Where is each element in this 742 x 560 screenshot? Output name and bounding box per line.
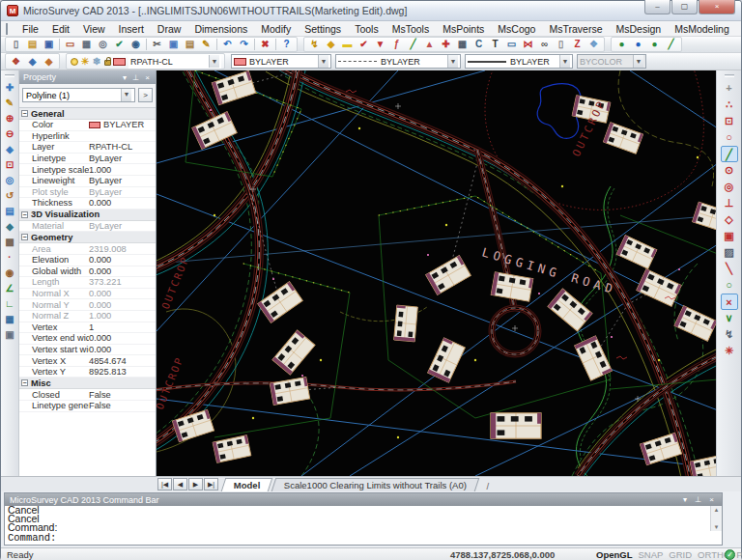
ms-window-icon[interactable]: ❖ [585,38,602,51]
panel-header-buttons[interactable]: ▾ ⊥ × [123,73,152,82]
spell-icon[interactable]: ✔ [111,38,128,51]
view-previous-icon[interactable]: ↺ [2,188,17,204]
close-button[interactable]: × [699,0,735,14]
tab-nav-3[interactable]: ▶| [204,478,218,490]
info-icon[interactable]: ◉ [2,266,17,281]
angle-icon[interactable]: ∠ [2,281,17,296]
doc-icon[interactable]: ▭ [62,38,78,51]
command-history-scrollbar[interactable]: ▲▼ [710,506,722,532]
tab-nav-2[interactable]: ▶ [188,478,203,490]
property-row[interactable]: Length373.221 [19,277,156,289]
ms-bar-icon[interactable]: ▬ [339,38,356,51]
snap-midpoint-icon[interactable]: ⊙ [721,162,738,179]
lineweight-combo[interactable]: BYLAYER▼ [465,54,573,69]
sphere-green-icon[interactable]: ● [614,38,630,51]
new-icon[interactable]: ▯ [8,38,24,51]
property-row[interactable]: Vertex start width0.000 [19,345,156,356]
menu-mstraverse[interactable]: MsTraverse [542,22,609,36]
menu-insert[interactable]: Insert [112,22,151,36]
ms-bino-icon[interactable]: ∞ [536,38,553,51]
snap-center-icon[interactable]: ◎ [721,179,738,195]
section-misc[interactable]: −Misc [19,378,156,389]
delete-icon[interactable]: ✖ [257,38,273,51]
property-row[interactable]: Area2319.008 [19,243,156,255]
property-row[interactable]: ColorBYLAYER [19,120,156,131]
property-row[interactable]: Hyperlink [19,131,156,143]
title-bar[interactable]: M MicroSurvey CAD 2013 - [..INGLIMITSJUN… [1,1,741,21]
cell-icon[interactable]: ▣ [2,327,17,343]
restore-button[interactable]: ▢ [671,0,698,14]
property-row[interactable]: Linetype scale1.000 [19,164,156,176]
layer-thaw-icon[interactable]: ☀ [79,55,91,69]
ms-cross-icon[interactable]: ✚ [438,38,454,51]
section-geometry[interactable]: −Geometry [19,232,156,243]
snap-tangent-icon[interactable]: ○ [721,277,738,294]
ms-run-icon[interactable]: ↯ [306,38,323,51]
ms-bowtie-icon[interactable]: ⋈ [520,38,536,51]
property-row[interactable]: MaterialByLayer [19,221,156,233]
preview-icon[interactable]: ◎ [95,38,111,51]
menu-edit[interactable]: Edit [45,22,76,36]
chevron-down-icon[interactable]: ▼ [209,55,219,68]
ms-clip-icon[interactable]: ▯ [553,38,569,51]
layer-manager-icon[interactable]: ▤ [2,204,17,219]
entity-selector[interactable]: Polyline (1)▼ [22,88,135,102]
undo-icon[interactable]: ↶ [219,38,236,51]
render-icon[interactable]: ▩ [2,235,17,250]
ms-c-icon[interactable]: C [471,38,487,51]
selector-more-button[interactable]: > [138,88,153,102]
ms-monitor-icon[interactable]: ▭ [503,38,520,51]
menu-tools[interactable]: Tools [348,22,385,36]
chevron-down-icon[interactable]: ▼ [447,55,458,68]
layer-on-icon[interactable] [71,58,78,66]
snap-node-icon[interactable]: ∴ [721,97,738,113]
zoom-out-icon[interactable]: ⊖ [2,126,17,142]
drawing-canvas[interactable]: OUTCROP LOGGING ROAD OUTCROP OUTCROP [157,70,718,476]
toolbar-grip[interactable] [725,74,734,77]
ms-check-icon[interactable]: ✔ [356,38,372,51]
chevron-down-icon[interactable]: ▼ [318,55,328,68]
zoom-window-icon[interactable]: ⊡ [2,157,17,173]
zoom-in-icon[interactable]: ⊕ [2,111,17,126]
find-icon[interactable]: ◉ [128,38,144,51]
brush-icon[interactable]: ✎ [198,38,214,51]
layer-lock-icon[interactable] [104,60,111,66]
pan-icon[interactable]: ◈ [2,142,17,157]
tab-nav-0[interactable]: |◀ [157,478,172,490]
command-bar-buttons[interactable]: ▾ ⊥ × [683,495,717,504]
property-row[interactable]: LayerRPATH-CL [19,142,156,154]
snap-quadrant-icon[interactable]: ◇ [721,211,738,228]
property-row[interactable]: LineweightByLayer [19,176,156,187]
point-icon[interactable]: · [2,250,17,266]
property-row[interactable]: Normal Z1.000 [19,311,156,322]
toggle-snap[interactable]: SNAP [638,549,663,560]
menu-msdesign[interactable]: MsDesign [610,22,669,36]
sphere-blue-icon[interactable]: ● [630,38,646,51]
property-row[interactable]: Vertex Y8925.813 [19,367,156,378]
sphere-green2-icon[interactable]: ● [646,38,663,51]
ms-t-icon[interactable]: T [487,38,503,51]
menu-dimensions[interactable]: Dimensions [187,22,254,36]
layer-prev-icon[interactable]: ◈ [24,55,41,69]
property-row[interactable]: Global width0.000 [19,266,156,278]
snap-intersection-icon[interactable]: × [721,294,738,310]
snap-circle-icon[interactable]: ○ [721,129,738,146]
snap-insertion-icon[interactable]: ▣ [721,228,738,244]
ms-line-icon[interactable]: ╱ [405,38,421,51]
redo-icon[interactable]: ↷ [236,38,252,51]
chevron-down-icon[interactable]: ▼ [121,89,131,101]
ucs-icon[interactable]: ∟ [2,296,17,312]
property-row[interactable]: LinetypeByLayer [19,154,156,165]
snap-free-icon[interactable]: + [721,80,738,97]
property-row[interactable]: Normal Y0.000 [19,299,156,311]
ms-annotate-icon[interactable]: ▲ [421,38,438,51]
snap-perpendicular-icon[interactable]: ⊥ [721,195,738,211]
cut-icon[interactable]: ✂ [149,38,165,51]
snap-block-icon[interactable]: ▨ [721,244,738,261]
linetype-combo[interactable]: BYLAYER▼ [335,54,461,69]
property-row[interactable]: Vertex1 [19,322,156,334]
toggle-opengl[interactable]: OpenGL [596,549,632,560]
snap-near2-icon[interactable]: ╲ [721,261,738,277]
tab-nav-1[interactable]: ◀ [173,478,187,490]
command-history[interactable]: CancelCancelCommand: [5,506,722,532]
